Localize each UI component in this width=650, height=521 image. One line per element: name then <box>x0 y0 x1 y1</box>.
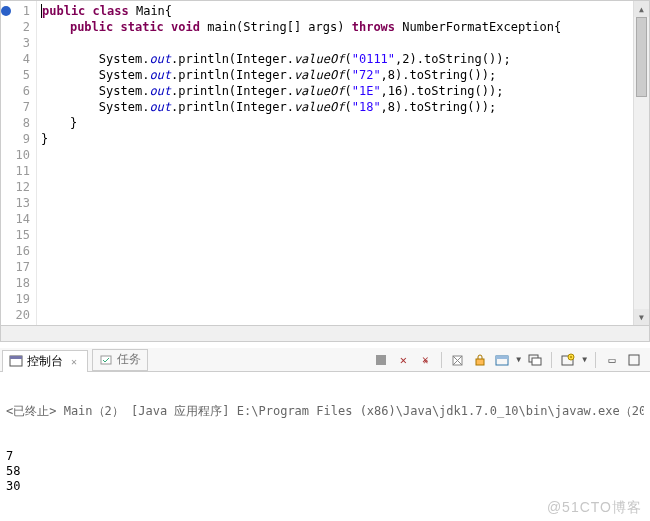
line-number[interactable]: 7 <box>3 99 30 115</box>
svg-rect-2 <box>101 356 111 364</box>
line-number[interactable]: 2 <box>3 19 30 35</box>
terminate-icon[interactable] <box>373 352 389 368</box>
svg-rect-5 <box>476 359 484 365</box>
line-number[interactable]: 19 <box>3 291 30 307</box>
code-editor[interactable]: 1234567891011121314151617181920 public c… <box>0 0 650 326</box>
line-number[interactable]: 5 <box>3 67 30 83</box>
line-number[interactable]: 17 <box>3 259 30 275</box>
svg-rect-7 <box>496 356 508 359</box>
tab-console[interactable]: 控制台 ✕ <box>2 350 88 372</box>
line-number[interactable]: 20 <box>3 307 30 323</box>
console-header: <已终止> Main（2） [Java 应用程序] E:\Program Fil… <box>6 404 644 419</box>
horizontal-scrollbar[interactable] <box>0 326 650 342</box>
console-icon <box>9 354 23 368</box>
code-line[interactable]: public class Main{ <box>41 3 645 19</box>
line-number[interactable]: 10 <box>3 147 30 163</box>
code-area[interactable]: public class Main{ public static void ma… <box>37 1 649 325</box>
console-tabs-bar: 控制台 ✕ 任务 ✕ ✕✕ ▼ ▼ ▭ <box>0 348 650 372</box>
remove-launch-icon[interactable]: ✕ <box>395 352 411 368</box>
code-line[interactable] <box>41 227 645 243</box>
tab-tasks-label: 任务 <box>117 351 141 368</box>
line-number[interactable]: 11 <box>3 163 30 179</box>
code-line[interactable] <box>41 291 645 307</box>
code-line[interactable]: } <box>41 115 645 131</box>
code-line[interactable]: System.out.println(Integer.valueOf("1E",… <box>41 83 645 99</box>
line-number[interactable]: 1 <box>3 3 30 19</box>
code-line[interactable] <box>41 259 645 275</box>
toolbar-separator <box>595 352 596 368</box>
watermark: @51CTO博客 <box>547 499 642 517</box>
line-number[interactable]: 12 <box>3 179 30 195</box>
svg-rect-1 <box>10 356 22 359</box>
line-number[interactable]: 9 <box>3 131 30 147</box>
line-number[interactable]: 4 <box>3 51 30 67</box>
tasks-icon <box>99 353 113 367</box>
close-tab-icon[interactable]: ✕ <box>67 354 81 368</box>
code-line[interactable] <box>41 179 645 195</box>
dropdown-arrow-icon[interactable]: ▼ <box>582 355 587 364</box>
code-line[interactable]: System.out.println(Integer.valueOf("18",… <box>41 99 645 115</box>
code-line[interactable] <box>41 307 645 323</box>
clear-console-icon[interactable] <box>450 352 466 368</box>
remove-all-launches-icon[interactable]: ✕✕ <box>417 352 433 368</box>
tab-tasks[interactable]: 任务 <box>92 349 148 371</box>
scroll-down-button[interactable]: ▼ <box>634 309 649 325</box>
code-line[interactable]: } <box>41 131 645 147</box>
line-number[interactable]: 6 <box>3 83 30 99</box>
code-line[interactable] <box>41 275 645 291</box>
tab-console-label: 控制台 <box>27 353 63 370</box>
scroll-lock-icon[interactable] <box>472 352 488 368</box>
code-line[interactable] <box>41 163 645 179</box>
line-number-gutter[interactable]: 1234567891011121314151617181920 <box>1 1 37 325</box>
scroll-up-button[interactable]: ▲ <box>634 1 649 17</box>
line-number[interactable]: 15 <box>3 227 30 243</box>
stdout-line: 30 <box>6 479 644 494</box>
svg-rect-9 <box>532 358 541 365</box>
console-toolbar: ✕ ✕✕ ▼ ▼ ▭ <box>373 352 648 368</box>
code-line[interactable] <box>41 243 645 259</box>
svg-rect-12 <box>629 355 639 365</box>
line-number[interactable]: 13 <box>3 195 30 211</box>
toolbar-separator <box>551 352 552 368</box>
line-number[interactable]: 16 <box>3 243 30 259</box>
stdout-line: 58 <box>6 464 644 479</box>
display-selected-console-icon[interactable] <box>494 352 510 368</box>
pin-console-icon[interactable] <box>527 352 543 368</box>
maximize-icon[interactable] <box>626 352 642 368</box>
console-output[interactable]: <已终止> Main（2） [Java 应用程序] E:\Program Fil… <box>0 372 650 500</box>
svg-rect-3 <box>376 355 386 365</box>
open-console-icon[interactable] <box>560 352 576 368</box>
toolbar-separator <box>441 352 442 368</box>
code-line[interactable]: System.out.println(Integer.valueOf("0111… <box>41 51 645 67</box>
stdout-line: 7 <box>6 449 644 464</box>
vertical-scrollbar[interactable]: ▲ ▼ <box>633 1 649 325</box>
line-number[interactable]: 8 <box>3 115 30 131</box>
scroll-thumb[interactable] <box>636 17 647 97</box>
line-number[interactable]: 18 <box>3 275 30 291</box>
code-line[interactable]: public static void main(String[] args) t… <box>41 19 645 35</box>
line-number[interactable]: 14 <box>3 211 30 227</box>
code-line[interactable] <box>41 147 645 163</box>
code-line[interactable] <box>41 195 645 211</box>
code-line[interactable]: System.out.println(Integer.valueOf("72",… <box>41 67 645 83</box>
code-line[interactable] <box>41 35 645 51</box>
code-line[interactable] <box>41 211 645 227</box>
line-number[interactable]: 3 <box>3 35 30 51</box>
minimize-icon[interactable]: ▭ <box>604 352 620 368</box>
dropdown-arrow-icon[interactable]: ▼ <box>516 355 521 364</box>
